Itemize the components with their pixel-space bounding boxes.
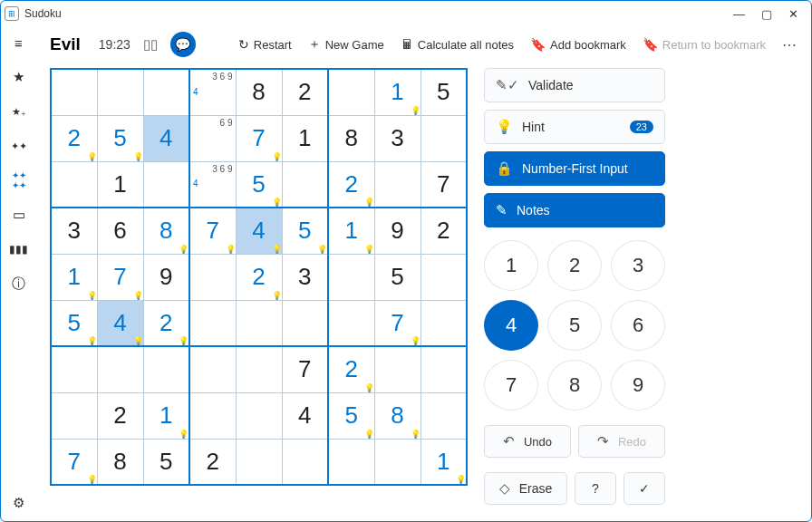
cell-1-8[interactable] bbox=[420, 115, 467, 161]
cell-0-4[interactable]: 8 bbox=[236, 69, 282, 115]
maximize-button[interactable]: ▢ bbox=[761, 7, 772, 21]
cell-0-6[interactable] bbox=[328, 69, 374, 115]
cell-0-8[interactable]: 5 bbox=[420, 69, 467, 115]
cell-4-1[interactable]: 7💡 bbox=[97, 254, 143, 300]
undo-button[interactable]: ↶Undo bbox=[484, 425, 571, 458]
stats-icon[interactable]: ▮▮▮ bbox=[10, 240, 28, 258]
cell-4-5[interactable]: 3 bbox=[282, 254, 328, 300]
chat-button[interactable]: 💬 bbox=[170, 32, 196, 57]
cell-2-5[interactable] bbox=[282, 161, 328, 208]
cell-6-7[interactable] bbox=[374, 346, 420, 392]
star-icon[interactable]: ★ bbox=[10, 68, 28, 86]
question-button[interactable]: ? bbox=[575, 472, 616, 505]
new-game-button[interactable]: ＋New Game bbox=[308, 36, 384, 53]
cell-5-2[interactable]: 2💡 bbox=[143, 300, 189, 346]
cell-2-3[interactable]: 43 6 9 bbox=[189, 161, 236, 208]
cell-6-2[interactable] bbox=[143, 346, 189, 392]
cell-3-2[interactable]: 8💡 bbox=[143, 208, 189, 254]
menu-icon[interactable]: ≡ bbox=[10, 34, 28, 52]
cell-0-0[interactable] bbox=[51, 69, 97, 115]
cell-0-3[interactable]: 43 6 9 bbox=[189, 69, 236, 115]
cell-4-6[interactable] bbox=[328, 254, 374, 300]
cell-7-2[interactable]: 1💡 bbox=[143, 392, 189, 439]
add-bookmark-button[interactable]: 🔖Add bookmark bbox=[530, 37, 626, 52]
cell-4-2[interactable]: 9 bbox=[143, 254, 189, 300]
cell-2-1[interactable]: 1 bbox=[97, 161, 143, 208]
cell-4-3[interactable] bbox=[189, 254, 236, 300]
minimize-button[interactable]: — bbox=[733, 7, 745, 21]
cell-7-0[interactable] bbox=[51, 392, 97, 439]
cell-5-5[interactable] bbox=[282, 300, 328, 346]
cell-2-7[interactable] bbox=[374, 161, 420, 208]
stars-group-icon[interactable]: ✦✦✦✦ bbox=[10, 171, 28, 189]
cell-6-6[interactable]: 2💡 bbox=[328, 346, 374, 392]
num-5-button[interactable]: 5 bbox=[547, 300, 602, 351]
cell-5-4[interactable] bbox=[236, 300, 282, 346]
calc-notes-button[interactable]: 🖩Calculate all notes bbox=[401, 37, 514, 52]
calendar-icon[interactable]: ▭ bbox=[10, 206, 28, 224]
check-button[interactable]: ✓ bbox=[624, 472, 665, 505]
cell-8-3[interactable]: 2 bbox=[189, 439, 236, 485]
num-9-button[interactable]: 9 bbox=[611, 360, 665, 411]
cell-0-2[interactable] bbox=[143, 69, 189, 115]
hint-button[interactable]: 💡Hint23 bbox=[484, 110, 665, 144]
cell-6-4[interactable] bbox=[236, 346, 282, 392]
cell-4-0[interactable]: 1💡 bbox=[51, 254, 97, 300]
cell-7-3[interactable] bbox=[189, 392, 236, 439]
cell-5-8[interactable] bbox=[420, 300, 467, 346]
cell-3-4[interactable]: 4💡 bbox=[236, 208, 282, 254]
cell-7-7[interactable]: 8💡 bbox=[374, 392, 420, 439]
cell-5-7[interactable]: 7💡 bbox=[374, 300, 420, 346]
more-button[interactable]: ⋯ bbox=[782, 36, 798, 53]
cell-3-0[interactable]: 3 bbox=[51, 208, 97, 254]
validate-button[interactable]: ✎✓Validate bbox=[484, 68, 665, 102]
cell-4-8[interactable] bbox=[420, 254, 467, 300]
cell-1-2[interactable]: 4 bbox=[143, 115, 189, 161]
cell-0-1[interactable] bbox=[97, 69, 143, 115]
cell-8-4[interactable] bbox=[236, 439, 282, 485]
cell-7-5[interactable]: 4 bbox=[282, 392, 328, 439]
cell-5-0[interactable]: 5💡 bbox=[51, 300, 97, 346]
cell-0-5[interactable]: 2 bbox=[282, 69, 328, 115]
pause-button[interactable]: ▯▯ bbox=[143, 36, 158, 53]
help-icon[interactable]: ⓘ bbox=[10, 275, 28, 293]
restart-button[interactable]: ↻Restart bbox=[238, 37, 292, 52]
cell-8-7[interactable] bbox=[374, 439, 420, 485]
number-first-button[interactable]: 🔒Number-First Input bbox=[484, 151, 665, 186]
cell-4-4[interactable]: 2💡 bbox=[236, 254, 282, 300]
num-2-button[interactable]: 2 bbox=[547, 240, 602, 291]
num-4-button[interactable]: 4 bbox=[484, 300, 538, 351]
num-6-button[interactable]: 6 bbox=[611, 300, 665, 351]
close-button[interactable]: ✕ bbox=[788, 7, 798, 21]
cell-3-3[interactable]: 7💡 bbox=[189, 208, 236, 254]
cell-8-2[interactable]: 5 bbox=[143, 439, 189, 485]
cell-7-8[interactable] bbox=[420, 392, 467, 439]
cell-1-7[interactable]: 3 bbox=[374, 115, 420, 161]
return-bookmark-button[interactable]: 🔖Return to bookmark bbox=[643, 37, 766, 52]
cell-8-6[interactable] bbox=[328, 439, 374, 485]
stars-icon[interactable]: ✦✦ bbox=[10, 137, 28, 155]
cell-5-6[interactable] bbox=[328, 300, 374, 346]
cell-1-3[interactable]: 6 9 bbox=[189, 115, 236, 161]
cell-8-8[interactable]: 1💡 bbox=[420, 439, 467, 485]
erase-button[interactable]: ◇Erase bbox=[484, 472, 567, 505]
cell-1-1[interactable]: 5💡 bbox=[97, 115, 143, 161]
cell-8-5[interactable] bbox=[282, 439, 328, 485]
cell-1-0[interactable]: 2💡 bbox=[51, 115, 97, 161]
cell-7-6[interactable]: 5💡 bbox=[328, 392, 374, 439]
cell-2-2[interactable] bbox=[143, 161, 189, 208]
cell-3-6[interactable]: 1💡 bbox=[328, 208, 374, 254]
cell-7-4[interactable] bbox=[236, 392, 282, 439]
cell-6-1[interactable] bbox=[97, 346, 143, 392]
cell-8-0[interactable]: 7💡 bbox=[51, 439, 97, 485]
cell-0-7[interactable]: 1💡 bbox=[374, 69, 420, 115]
cell-7-1[interactable]: 2 bbox=[97, 392, 143, 439]
cell-1-4[interactable]: 7💡 bbox=[236, 115, 282, 161]
cell-3-8[interactable]: 2 bbox=[420, 208, 467, 254]
cell-1-5[interactable]: 1 bbox=[282, 115, 328, 161]
cell-2-0[interactable] bbox=[51, 161, 97, 208]
cell-6-3[interactable] bbox=[189, 346, 236, 392]
cell-2-8[interactable]: 7 bbox=[420, 161, 467, 208]
cell-6-5[interactable]: 7 bbox=[282, 346, 328, 392]
num-7-button[interactable]: 7 bbox=[484, 360, 538, 411]
